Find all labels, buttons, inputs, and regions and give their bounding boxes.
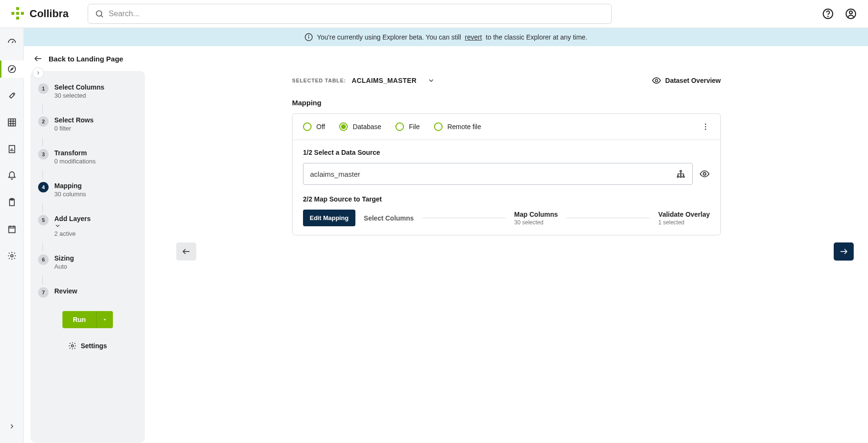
step-connector [42, 105, 43, 113]
radio-indicator [303, 122, 312, 131]
radio-label: Off [316, 123, 325, 131]
svg-point-5 [849, 11, 852, 14]
compass-icon [7, 64, 17, 74]
map-progress-bar: Edit Mapping Select Columns Map Columns … [303, 210, 710, 226]
map-seg-validate-overlay: Validate Overlay 1 selected [658, 211, 710, 226]
radio-label: Database [353, 123, 381, 131]
step-number: 1 [38, 83, 49, 94]
wizard-step-5[interactable]: 5Add Layers2 active [37, 212, 138, 240]
select-data-source-label: 1/2 Select a Data Source [303, 149, 710, 156]
step-subtitle: 30 selected [54, 92, 104, 99]
step-subtitle: 0 filter [54, 125, 93, 132]
rail-dashboard[interactable] [0, 34, 24, 51]
brand-name: Collibra [30, 8, 69, 20]
svg-point-32 [656, 80, 658, 82]
prev-step-button[interactable] [176, 242, 196, 261]
eye-icon [699, 169, 710, 179]
rail-grid[interactable] [0, 114, 24, 131]
rail-clipboard[interactable] [0, 194, 24, 211]
help-icon[interactable] [822, 8, 834, 20]
icon-rail [0, 28, 24, 443]
rail-settings[interactable] [0, 247, 24, 264]
rail-calendar[interactable] [0, 221, 24, 238]
back-link-label: Back to Landing Page [49, 55, 123, 63]
settings-label: Settings [81, 342, 107, 350]
step-number: 4 [38, 182, 49, 192]
map-seg-map-columns: Map Columns 30 selected [514, 211, 558, 226]
map-source-target-label: 2/2 Map Source to Target [303, 195, 710, 203]
selected-table-value: ACLAIMS_MASTER [352, 77, 416, 84]
calendar-icon [7, 224, 17, 234]
source-type-radio-group: OffDatabaseFileRemote file [303, 122, 701, 131]
step-connector [42, 138, 43, 146]
radio-remote-file[interactable]: Remote file [434, 122, 481, 131]
search-input[interactable] [109, 10, 605, 18]
rail-alerts[interactable] [0, 167, 24, 184]
eye-icon [652, 76, 661, 85]
step-connector [42, 276, 43, 284]
search-box[interactable] [88, 4, 612, 24]
rail-expand[interactable] [0, 418, 24, 435]
main-area: You're currently using Explorer beta. Yo… [24, 28, 868, 443]
svg-point-39 [683, 176, 684, 177]
run-dropdown-button[interactable] [96, 311, 113, 328]
step-subtitle: 30 columns [54, 191, 86, 198]
gauge-icon [7, 38, 17, 47]
radio-indicator [395, 122, 404, 131]
arrow-left-icon [33, 54, 43, 63]
step-connector [42, 203, 43, 212]
radio-database[interactable]: Database [339, 122, 381, 131]
steps-collapse-toggle[interactable] [32, 67, 44, 79]
step-number: 3 [38, 149, 49, 160]
svg-marker-28 [104, 319, 106, 321]
mapping-card-header: OffDatabaseFileRemote file [293, 114, 720, 140]
next-step-button[interactable] [834, 242, 854, 261]
svg-point-33 [705, 123, 707, 125]
beta-banner: You're currently using Explorer beta. Yo… [24, 28, 868, 46]
step-title: Select Columns [54, 83, 104, 91]
gear-icon [68, 342, 77, 350]
step-connector [42, 243, 43, 252]
rail-report[interactable] [0, 141, 24, 158]
step-title: Transform [54, 149, 96, 157]
run-button[interactable]: Run [62, 311, 96, 328]
step-title: Sizing [54, 254, 74, 262]
top-actions [822, 8, 857, 20]
collibra-icon [11, 7, 25, 20]
user-icon[interactable] [845, 8, 857, 20]
svg-point-6 [8, 66, 15, 73]
wizard-step-2[interactable]: 2Select Rows0 filter [37, 113, 138, 135]
back-link[interactable]: Back to Landing Page [24, 46, 868, 71]
content-row: 1Select Columns30 selected2Select Rows0 … [24, 71, 868, 443]
wizard-step-6[interactable]: 6SizingAuto [37, 252, 138, 273]
radio-file[interactable]: File [395, 122, 420, 131]
rail-explorer[interactable] [0, 60, 24, 78]
dataset-overview-link[interactable]: Dataset Overview [652, 76, 721, 85]
clipboard-icon [7, 198, 17, 207]
bell-icon [7, 171, 17, 181]
step-subtitle: 2 active [54, 230, 94, 237]
svg-rect-8 [8, 119, 15, 126]
settings-link[interactable]: Settings [37, 342, 138, 350]
chevron-down-icon[interactable] [427, 77, 435, 84]
step-title: Review [54, 287, 77, 295]
arrow-left-icon [182, 247, 191, 256]
mapping-card: OffDatabaseFileRemote file 1/2 Select a … [292, 113, 721, 235]
wizard-step-4[interactable]: 4Mapping30 columns [37, 179, 138, 201]
card-menu-button[interactable] [701, 122, 710, 131]
brand-logo[interactable]: Collibra [11, 7, 69, 20]
step-title: Mapping [54, 182, 86, 190]
edit-mapping-button[interactable]: Edit Mapping [303, 210, 355, 226]
svg-point-36 [680, 171, 681, 172]
banner-revert-link[interactable]: revert [465, 33, 482, 41]
radio-off[interactable]: Off [303, 122, 325, 131]
rail-tools[interactable] [0, 87, 24, 104]
wizard-step-3[interactable]: 3Transform0 modifications [37, 146, 138, 168]
steps-panel: 1Select Columns30 selected2Select Rows0 … [30, 71, 145, 443]
step-subtitle: 0 modifications [54, 158, 96, 165]
wizard-step-1[interactable]: 1Select Columns30 selected [37, 81, 138, 102]
wizard-step-7[interactable]: 7Review [37, 284, 138, 301]
preview-button[interactable] [699, 169, 710, 179]
step-title: Add Layers [54, 215, 94, 229]
data-source-input[interactable]: aclaims_master [303, 163, 693, 185]
